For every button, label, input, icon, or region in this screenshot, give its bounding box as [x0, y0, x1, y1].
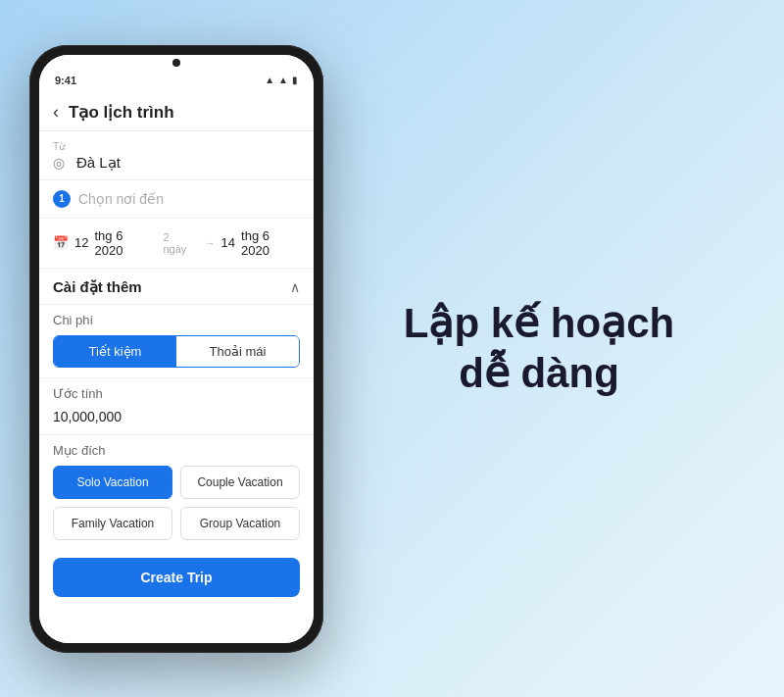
- status-icons: ▲ ▲ ▮: [265, 75, 298, 85]
- tiet-kiem-button[interactable]: Tiết kiệm: [54, 336, 176, 367]
- date-from-month: thg 6 2020: [94, 228, 153, 258]
- couple-vacation-button[interactable]: Couple Vacation: [180, 466, 300, 499]
- thoai-mai-button[interactable]: Thoải mái: [176, 336, 299, 367]
- settings-header[interactable]: Cài đặt thêm ∧: [39, 269, 314, 305]
- phone-screen: 9:41 ▲ ▲ ▮ ‹ Tạo lịch trình Từ ◎: [39, 55, 314, 643]
- from-label: Từ: [53, 141, 300, 152]
- calendar-icon: 📅: [53, 235, 69, 250]
- chi-phi-label: Chi phí: [53, 313, 300, 327]
- create-btn-wrapper: Create Trip: [39, 548, 314, 611]
- tagline-area: Lập kế hoạch dễ dàng: [323, 299, 784, 398]
- estimate-label: Ước tính: [53, 386, 300, 401]
- chevron-up-icon: ∧: [290, 279, 300, 295]
- camera-dot: [172, 59, 180, 67]
- page-title: Tạo lịch trình: [69, 102, 174, 123]
- content-area: Từ ◎ Đà Lạt 1 Chọn nơi đến 📅 12 thg 6 20…: [39, 131, 314, 643]
- group-vacation-button[interactable]: Group Vacation: [180, 507, 300, 540]
- notch: [39, 55, 314, 69]
- settings-title: Cài đặt thêm: [53, 278, 142, 296]
- destination-row[interactable]: 1 Chọn nơi đến: [39, 180, 314, 219]
- purpose-grid: Solo Vacation Couple Vacation Family Vac…: [53, 466, 300, 540]
- tagline-text: Lập kế hoạch dễ dàng: [404, 299, 674, 398]
- location-icon: ◎: [53, 155, 69, 171]
- signal-icon: ▲: [265, 75, 274, 85]
- from-location-text: Đà Lạt: [76, 154, 121, 172]
- date-to-day: 14: [221, 235, 235, 250]
- scene: 9:41 ▲ ▲ ▮ ‹ Tạo lịch trình Từ ◎: [0, 0, 784, 697]
- date-duration: 2 ngày: [163, 231, 194, 255]
- app-header: ‹ Tạo lịch trình: [39, 92, 314, 131]
- family-vacation-button[interactable]: Family Vacation: [53, 507, 172, 540]
- destination-placeholder: Chọn nơi đến: [78, 191, 164, 207]
- from-location-row: ◎ Đà Lạt: [53, 154, 300, 172]
- divider-1: [39, 377, 314, 378]
- create-trip-button[interactable]: Create Trip: [53, 558, 300, 597]
- tagline-line1: Lập kế hoạch: [404, 300, 674, 346]
- date-arrow: →: [205, 237, 216, 249]
- estimate-section: Ước tính 10,000,000: [39, 380, 314, 435]
- date-from-day: 12: [74, 235, 88, 250]
- battery-icon: ▮: [292, 75, 298, 85]
- solo-vacation-button[interactable]: Solo Vacation: [53, 466, 172, 499]
- status-bar: 9:41 ▲ ▲ ▮: [39, 69, 314, 92]
- destination-number: 1: [53, 190, 71, 208]
- chi-phi-section: Chi phí Tiết kiệm Thoải mái: [39, 305, 314, 375]
- purpose-section: Mục đích Solo Vacation Couple Vacation F…: [39, 435, 314, 548]
- phone-device: 9:41 ▲ ▲ ▮ ‹ Tạo lịch trình Từ ◎: [29, 45, 323, 653]
- date-row[interactable]: 📅 12 thg 6 2020 2 ngày → 14 thg 6 2020: [39, 219, 314, 269]
- from-section: Từ ◎ Đà Lạt: [39, 131, 314, 180]
- wifi-icon: ▲: [278, 75, 288, 85]
- status-time: 9:41: [55, 75, 76, 86]
- chi-phi-toggle-group: Tiết kiệm Thoải mái: [53, 335, 300, 368]
- date-to-month: thg 6 2020: [241, 228, 300, 258]
- estimate-value: 10,000,000: [53, 409, 300, 424]
- back-button[interactable]: ‹: [53, 102, 59, 123]
- purpose-label: Mục đích: [53, 443, 300, 458]
- tagline-line2: dễ dàng: [459, 350, 619, 396]
